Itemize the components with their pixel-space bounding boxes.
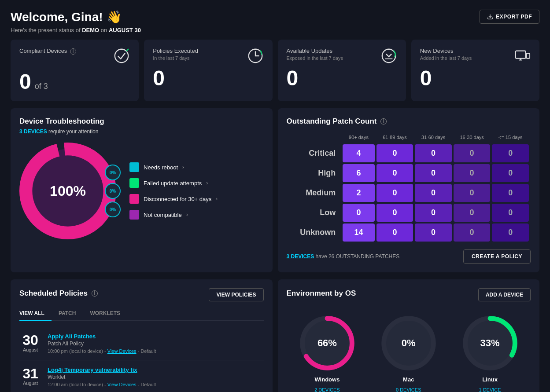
newdevices-icon xyxy=(514,48,531,64)
export-icon xyxy=(487,14,493,20)
patch-cell: 14 xyxy=(343,223,374,242)
wave-emoji: 👋 xyxy=(107,10,122,24)
col-31: 31-60 days xyxy=(415,132,452,143)
patch-row-label: Critical xyxy=(288,144,341,162)
tab-patch[interactable]: PATCH xyxy=(59,308,83,320)
patch-cell: 0 xyxy=(415,204,452,222)
patch-footer: 3 DEVICES have 26 OUTSTANDING PATCHES CR… xyxy=(287,249,531,264)
patch-cell: 0 xyxy=(492,184,529,202)
os-devices-link-windows[interactable]: 2 DEVICES xyxy=(314,387,340,392)
header: Welcome, Gina! 👋 Here's the present stat… xyxy=(0,0,550,40)
svg-rect-4 xyxy=(516,51,526,59)
policy-list: 30 August Apply All Patches Patch All Po… xyxy=(19,327,264,392)
os-devices-link-mac[interactable]: 0 DEVICES xyxy=(396,387,421,392)
patch-table: 90+ days 61-89 days 31-60 days 16-30 day… xyxy=(287,130,531,243)
badge-1: 0% xyxy=(105,183,121,199)
patch-cell: 4 xyxy=(343,144,374,162)
patch-cell: 0 xyxy=(377,164,413,182)
info-icon-scheduled[interactable]: i xyxy=(92,290,98,297)
export-pdf-button[interactable]: EXPORT PDF xyxy=(480,10,539,24)
scheduled-title: Scheduled Policies i xyxy=(19,289,98,298)
os-name-mac: Mac xyxy=(403,376,414,383)
tab-worklets[interactable]: WORKLETS xyxy=(90,308,127,320)
policy-view-devices-0[interactable]: View Devices xyxy=(107,348,137,354)
patch-row-label: Medium xyxy=(288,184,341,202)
policy-info-1: Log4j Temporary vulnerability fix Workle… xyxy=(48,366,264,387)
patch-row-label: Unknown xyxy=(288,223,341,242)
patch-row-label: High xyxy=(288,164,341,182)
patch-cell: 0 xyxy=(377,204,413,222)
legend-needs-reboot[interactable]: Needs reboot › xyxy=(129,162,218,172)
patch-cell: 0 xyxy=(454,204,491,222)
environment-os-panel: Environment by OS ADD A DEVICE 66% Windo… xyxy=(278,279,540,392)
os-devices-link-linux[interactable]: 1 DEVICE xyxy=(479,387,501,392)
trouble-body: 100% 0% 0% 0% Needs reboot › Failed upda… xyxy=(19,143,264,239)
patch-cell: 0 xyxy=(415,184,452,202)
scheduled-header: Scheduled Policies i VIEW POLICIES xyxy=(19,288,264,301)
legend-not-compatible[interactable]: Not compatible › xyxy=(129,210,218,220)
badge-2: 0% xyxy=(105,201,121,217)
legend-list: Needs reboot › Failed update attempts › … xyxy=(129,162,218,220)
patch-cell: 6 xyxy=(343,164,374,182)
patch-cell: 0 xyxy=(492,223,529,242)
view-policies-button[interactable]: VIEW POLICIES xyxy=(209,288,263,301)
stat-label-compliant: Compliant Devices i xyxy=(19,48,76,55)
policy-title-0[interactable]: Apply All Patches xyxy=(48,333,264,340)
add-device-button[interactable]: ADD A DEVICE xyxy=(478,288,531,301)
stat-sublabel-updates: Exposed in the last 7 days xyxy=(287,55,343,61)
legend-failed-updates[interactable]: Failed update attempts › xyxy=(129,178,218,188)
donut-chart: 100% 0% 0% 0% xyxy=(19,143,116,239)
patch-count-panel: Outstanding Patch Count i 90+ days 61-89… xyxy=(278,108,540,272)
policies-icon xyxy=(247,48,264,64)
title-text: Welcome, Gina! xyxy=(11,10,103,24)
patch-cell: 0 xyxy=(454,164,491,182)
env-header: Environment by OS ADD A DEVICE xyxy=(287,288,531,301)
devices-count-link[interactable]: 3 DEVICES xyxy=(19,128,47,135)
policy-type-0: Patch All Policy xyxy=(48,341,264,347)
patch-title: Outstanding Patch Count i xyxy=(287,117,531,126)
policy-title-1[interactable]: Log4j Temporary vulnerability fix xyxy=(48,366,264,373)
os-name-windows: Windows xyxy=(314,376,340,383)
stat-value-policies: 0 xyxy=(153,68,263,89)
main-panels: Device Troubleshooting 3 DEVICES require… xyxy=(0,108,550,279)
stat-label-newdevices: New Devices xyxy=(420,48,472,54)
info-icon-compliant[interactable]: i xyxy=(70,48,76,55)
policy-tabs: VIEW ALL PATCH WORKLETS xyxy=(19,308,264,321)
stat-label-policies: Policies Executed xyxy=(153,48,198,54)
patch-cell: 0 xyxy=(415,164,452,182)
patch-cell: 2 xyxy=(343,184,374,202)
policy-date-0: 30 August xyxy=(19,333,41,354)
donut-center: 100% xyxy=(50,183,86,199)
stat-card-policies: Policies Executed In the last 7 days 0 xyxy=(144,40,272,101)
org-name: DEMO xyxy=(82,27,99,33)
os-item-mac: 0% Mac 0 DEVICES xyxy=(380,315,437,392)
policy-date-1: 31 August xyxy=(19,366,41,387)
troubleshooting-title: Device Troubleshooting xyxy=(19,117,264,126)
patch-cell: 0 xyxy=(492,204,529,222)
legend-disconnected[interactable]: Disconnected for 30+ days › xyxy=(129,194,218,204)
header-left: Welcome, Gina! 👋 Here's the present stat… xyxy=(11,10,141,33)
os-circle-windows: 66% xyxy=(299,315,356,372)
page-title: Welcome, Gina! 👋 xyxy=(11,10,141,24)
col-61: 61-89 days xyxy=(377,132,413,143)
env-title: Environment by OS xyxy=(287,289,356,298)
stat-value-compliant: 0 xyxy=(19,71,31,92)
trouble-require: 3 DEVICES require your attention xyxy=(19,128,264,135)
stat-label-updates: Available Updates xyxy=(287,48,343,54)
create-policy-button[interactable]: CREATE A POLICY xyxy=(463,249,531,264)
patch-footer-text: 3 DEVICES have 26 OUTSTANDING PATCHES xyxy=(287,253,400,260)
patch-devices-link[interactable]: 3 DEVICES xyxy=(287,253,314,260)
stat-sublabel-policies: In the last 7 days xyxy=(153,55,198,61)
patch-cell: 0 xyxy=(377,184,413,202)
os-percent-mac: 0% xyxy=(402,337,416,349)
info-icon-patch[interactable]: i xyxy=(380,118,387,125)
patch-cell: 0 xyxy=(492,164,529,182)
patch-cell: 0 xyxy=(343,204,374,222)
policy-type-1: Worklet xyxy=(48,374,264,380)
os-item-linux: 33% Linux 1 DEVICE xyxy=(461,315,519,392)
updates-icon xyxy=(380,48,397,64)
policy-meta-1: 12:00 am (local to device) - View Device… xyxy=(48,382,264,387)
os-percent-linux: 33% xyxy=(480,337,500,349)
tab-view-all[interactable]: VIEW ALL xyxy=(19,308,52,321)
policy-view-devices-1[interactable]: View Devices xyxy=(107,382,137,387)
